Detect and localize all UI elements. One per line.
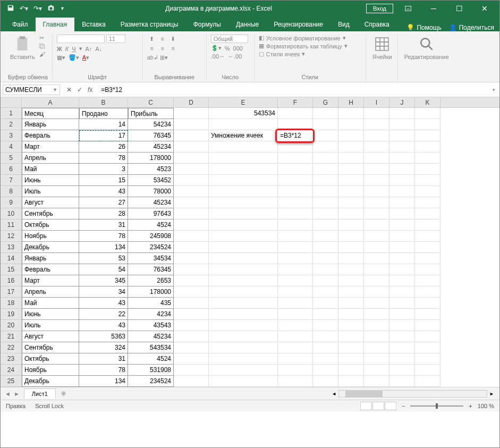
cell[interactable]: 345 — [79, 275, 128, 286]
number-format-select[interactable]: Общий — [211, 35, 248, 43]
cell[interactable] — [174, 264, 209, 275]
row-header[interactable]: 25 — [1, 376, 21, 387]
cell[interactable] — [313, 153, 338, 164]
cell[interactable] — [209, 231, 278, 242]
cell[interactable] — [313, 197, 338, 208]
cell[interactable] — [278, 298, 313, 309]
enter-formula-icon[interactable]: ✓ — [77, 86, 82, 94]
cell[interactable] — [389, 164, 415, 175]
cell[interactable] — [278, 242, 313, 253]
row-header[interactable]: 11 — [1, 219, 21, 231]
cell[interactable] — [389, 320, 415, 331]
cell[interactable]: 4524 — [128, 353, 174, 365]
cell[interactable] — [278, 320, 313, 331]
cell[interactable] — [338, 376, 364, 387]
cell[interactable]: Июль — [22, 186, 79, 197]
tellme-button[interactable]: 💡 Помощь — [406, 24, 441, 31]
cell[interactable] — [209, 342, 278, 353]
cell[interactable] — [415, 365, 440, 376]
zoom-level[interactable]: 100 % — [478, 403, 494, 409]
cell[interactable]: 45234 — [128, 197, 174, 208]
fx-icon[interactable]: fx — [88, 86, 92, 94]
cell[interactable] — [364, 208, 389, 219]
cell[interactable]: 28 — [79, 208, 128, 219]
cell[interactable] — [415, 253, 440, 264]
row-header[interactable]: 20 — [1, 320, 21, 331]
cell[interactable] — [313, 365, 338, 376]
cell[interactable]: 178000 — [128, 153, 174, 164]
cells-area[interactable]: МесяцПроданоПрибыль543534Январь1454234Фе… — [22, 108, 499, 387]
cancel-formula-icon[interactable]: ✕ — [66, 86, 72, 94]
cell[interactable] — [389, 197, 415, 208]
cell[interactable] — [415, 286, 440, 298]
cell[interactable] — [174, 275, 209, 286]
cell[interactable] — [415, 119, 440, 130]
wrap-text-icon[interactable]: ab↲ — [147, 54, 158, 61]
cell[interactable] — [415, 197, 440, 208]
comma-icon[interactable]: 000 — [233, 45, 243, 52]
cell[interactable] — [174, 219, 209, 231]
cell[interactable]: 245908 — [128, 231, 174, 242]
cell[interactable] — [338, 298, 364, 309]
cell[interactable] — [174, 298, 209, 309]
cell[interactable]: Ноябрь — [22, 365, 79, 376]
cells-button[interactable]: Ячейки — [370, 35, 394, 61]
cell[interactable] — [338, 153, 364, 164]
zoom-in-button[interactable]: + — [469, 403, 472, 409]
underline-button[interactable]: Ч — [72, 46, 75, 52]
cell[interactable] — [278, 197, 313, 208]
cell[interactable]: Январь — [22, 119, 79, 130]
cell[interactable]: Июнь — [22, 309, 79, 320]
cell[interactable]: 43 — [79, 320, 128, 331]
row-header[interactable]: 23 — [1, 353, 21, 365]
cell[interactable] — [313, 275, 338, 286]
cell[interactable]: 78 — [79, 365, 128, 376]
paste-button[interactable]: Вставить — [8, 35, 37, 61]
cell[interactable] — [174, 376, 209, 387]
cell[interactable] — [278, 286, 313, 298]
cell[interactable] — [313, 286, 338, 298]
cell[interactable] — [209, 253, 278, 264]
cell[interactable] — [209, 219, 278, 231]
cell[interactable] — [313, 331, 338, 342]
cell[interactable] — [415, 208, 440, 219]
editing-button[interactable]: Редактирование — [402, 35, 451, 61]
row-header[interactable]: 13 — [1, 242, 21, 253]
cell[interactable] — [209, 186, 278, 197]
cell[interactable] — [364, 130, 389, 141]
column-header-K[interactable]: K — [415, 97, 440, 107]
cell[interactable] — [389, 353, 415, 365]
row-header[interactable]: 8 — [1, 186, 21, 197]
cell[interactable] — [338, 309, 364, 320]
cell[interactable] — [364, 119, 389, 130]
view-page-break-button[interactable] — [385, 402, 396, 410]
cell[interactable]: 178000 — [128, 286, 174, 298]
cell[interactable] — [364, 342, 389, 353]
row-header[interactable]: 24 — [1, 365, 21, 376]
merge-icon[interactable]: ⊞▾ — [160, 54, 168, 61]
cell[interactable] — [364, 320, 389, 331]
cell[interactable] — [415, 298, 440, 309]
cell[interactable] — [209, 119, 278, 130]
row-header[interactable]: 15 — [1, 264, 21, 275]
cell[interactable] — [415, 264, 440, 275]
cell[interactable] — [338, 119, 364, 130]
cell[interactable] — [209, 197, 278, 208]
cell[interactable] — [364, 108, 389, 119]
decrease-font-icon[interactable]: A↓ — [95, 46, 102, 52]
cell[interactable] — [364, 219, 389, 231]
cell[interactable]: 53 — [79, 253, 128, 264]
cell[interactable] — [389, 175, 415, 186]
row-header[interactable]: 1 — [1, 108, 21, 119]
cell[interactable] — [389, 309, 415, 320]
tab-view[interactable]: Вид — [330, 18, 357, 31]
cell[interactable]: 324 — [79, 342, 128, 353]
cell[interactable] — [338, 320, 364, 331]
cell[interactable] — [338, 164, 364, 175]
cell[interactable] — [313, 130, 338, 141]
cell[interactable] — [415, 342, 440, 353]
cell[interactable]: 97643 — [128, 208, 174, 219]
cell[interactable] — [338, 275, 364, 286]
row-header[interactable]: 7 — [1, 175, 21, 186]
column-header-J[interactable]: J — [389, 97, 415, 107]
